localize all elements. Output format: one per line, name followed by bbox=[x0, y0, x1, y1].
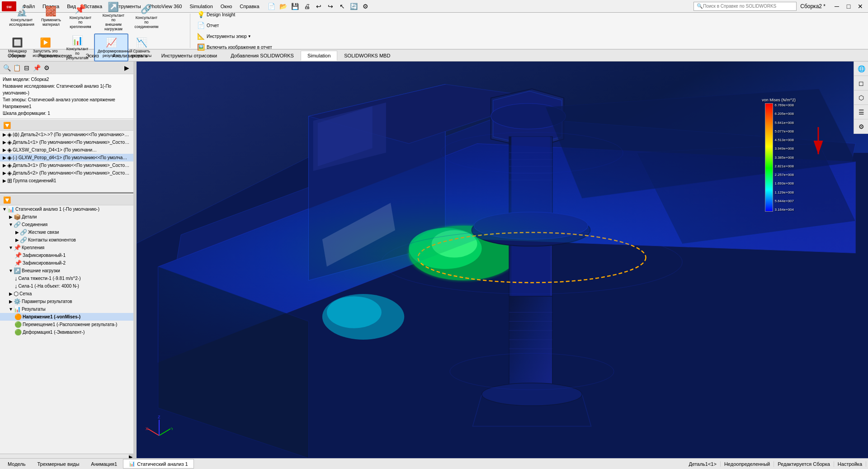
tree-item-detail1[interactable]: ▶ ◈ Деталь1<1> (По умолчанию<<По умолчан… bbox=[0, 138, 133, 146]
tree-item-gravity[interactable]: ↓ Сила тяжести-1 (-9.81 m/s^2-) bbox=[0, 275, 133, 282]
tree-item-details[interactable]: ▶ 📦 Детали bbox=[0, 213, 133, 221]
left-panel: 🔍 📋 ⊟ 📌 ⚙ ▶ Имя модели: Сборка2 Название… bbox=[0, 62, 134, 458]
svg-text:Z: Z bbox=[158, 415, 160, 419]
settings-status[interactable]: Настройка bbox=[834, 461, 866, 467]
consultant-study-button[interactable]: 🔬 Консультант исследования bbox=[5, 0, 38, 33]
right-icon-settings[interactable]: ⚙ bbox=[854, 119, 868, 134]
right-icon-grid[interactable]: ⬡ bbox=[854, 90, 868, 105]
tree-item-detail5[interactable]: ▶ ◈ Деталь5<2> (По умолчанию<<По умолчан… bbox=[0, 169, 133, 177]
tree-item-static-analysis[interactable]: ▼ 📊 Статический анализ 1 (-По умолчанию-… bbox=[0, 205, 133, 213]
search-input[interactable] bbox=[703, 4, 793, 9]
tree-item-deformation1[interactable]: 🟢 Деформация1 (-Эквивалент-) bbox=[0, 328, 133, 336]
deformed-result-icon: 📈 bbox=[106, 37, 117, 48]
tab-mbd[interactable]: SOLIDWORKS MBD bbox=[337, 51, 397, 61]
consultant-study-label: Консультант исследования bbox=[8, 18, 35, 27]
save-icon[interactable]: 💾 bbox=[290, 1, 300, 11]
dropdown-icon[interactable]: ▼ bbox=[248, 34, 251, 38]
open-icon[interactable]: 📂 bbox=[278, 1, 288, 11]
model-name-text: Имя модели: Сборка2 bbox=[3, 76, 131, 83]
apply-material-icon: 🧱 bbox=[45, 6, 57, 17]
select-icon[interactable]: ↖ bbox=[337, 1, 347, 11]
search-bar: 🔍 bbox=[693, 2, 797, 11]
settings-panel-icon[interactable]: ⚙ bbox=[42, 63, 52, 73]
collapse-icon[interactable]: ⊟ bbox=[22, 63, 32, 73]
h-scrollbar[interactable] bbox=[0, 454, 129, 458]
bottom-tab-animation[interactable]: Анимация1 bbox=[85, 460, 123, 469]
report-tools-group: 💡 Design Insight 📄 Отчет 📐 Инструменты э… bbox=[191, 14, 278, 48]
diagram-tools-label: Инструменты эпюр bbox=[207, 34, 247, 39]
legend-value-8: 2.257e+008 bbox=[775, 173, 794, 177]
right-icon-list[interactable]: ☰ bbox=[854, 105, 868, 119]
3d-fea-scene bbox=[137, 62, 868, 458]
svg-point-24 bbox=[482, 383, 582, 406]
tree-item-glxw-rotor[interactable]: ▶ ◈ (-) GLXW_Ротор_d4<1> (По умолчанию<<… bbox=[0, 154, 133, 161]
right-icon-globe[interactable]: 🌐 bbox=[854, 62, 868, 76]
connections-label: Консультант посоединениям bbox=[133, 15, 160, 29]
tab-layout[interactable]: Расположение bbox=[32, 51, 79, 61]
report-button[interactable]: 📄 Отчет bbox=[195, 20, 274, 30]
bottom-tab-3d-views[interactable]: Трехмерные виды bbox=[31, 460, 85, 469]
show-all-icon[interactable]: 📋 bbox=[12, 63, 22, 73]
tree-item-result-params[interactable]: ▶ ⚙️ Параметры результатов bbox=[0, 298, 133, 305]
fastening-label: Консультант покреплениям bbox=[67, 15, 94, 29]
tree-item-mesh[interactable]: ▶ ⬡ Сетка bbox=[0, 290, 133, 298]
minimize-button[interactable]: ─ bbox=[831, 1, 843, 11]
fastening-consultant-button[interactable]: 📌 Консультант покреплениям bbox=[64, 0, 97, 33]
tree-item-connections[interactable]: ▼ 🔗 Соединения bbox=[0, 221, 133, 228]
tree-item-rigid-ties[interactable]: ▶ 🔗 Жесткие связи bbox=[0, 228, 133, 236]
tree-item-group[interactable]: ▶ ⊞ Группа соединений1 bbox=[0, 177, 133, 185]
svg-text:X: X bbox=[146, 426, 148, 431]
connections-button[interactable]: 🔗 Консультант посоединениям bbox=[130, 0, 163, 33]
tree-item-fixed-1[interactable]: 📌 Зафиксированный-1 bbox=[0, 251, 133, 259]
tree-filter-icon[interactable]: 🔽 bbox=[2, 120, 12, 130]
redo-icon[interactable]: ↪ bbox=[326, 1, 335, 11]
menu-simulation[interactable]: Simulation bbox=[186, 3, 216, 10]
tab-sketch[interactable]: Эскиз bbox=[79, 51, 105, 61]
tab-drawing-tools[interactable]: Инструменты отрисовки bbox=[155, 51, 224, 61]
legend-value-10: 1.129e+008 bbox=[775, 190, 794, 194]
tab-simulation[interactable]: Simulation bbox=[301, 51, 337, 61]
tree-item-contacts[interactable]: ▶ 🔗 Контакты компонентов bbox=[0, 236, 133, 244]
filter-icon[interactable]: 🔍 bbox=[2, 63, 12, 73]
bottom-tab-model[interactable]: Модель bbox=[2, 460, 31, 469]
legend-value-2: 5.641e+008 bbox=[775, 121, 794, 125]
tree-item-detail2[interactable]: ▶ ◈ (ф) Деталь2<1>->? (По умолчанию<<По … bbox=[0, 131, 133, 138]
svg-rect-22 bbox=[509, 296, 552, 397]
print-icon[interactable]: 🖨 bbox=[302, 1, 312, 11]
tree-item-external-loads[interactable]: ▼ ↗️ Внешние нагрузки bbox=[0, 267, 133, 275]
shell-manager-icon: 🔲 bbox=[12, 37, 23, 48]
apply-material-button[interactable]: 🧱 Применитьматериал bbox=[38, 0, 64, 33]
tab-assembly[interactable]: Сборка bbox=[1, 51, 32, 61]
viewport[interactable]: 🔍 🔄 📐 🎯 💡 ✂️ 📷 🎨 ⊞ ▼ bbox=[137, 62, 868, 458]
design-insight-button[interactable]: 💡 Design Insight bbox=[195, 9, 274, 19]
tab-addins[interactable]: Добавления SOLIDWORKS bbox=[224, 51, 301, 61]
external-loads-label: Консультант повнешним нагрузкам bbox=[100, 13, 127, 32]
sim-tree-filter-icon[interactable]: 🔽 bbox=[2, 195, 12, 205]
tree-item-glxsw-stator[interactable]: ▶ ◈ GLXSW_Статор_D4<1> (По умолчани… bbox=[0, 146, 133, 154]
external-loads-button[interactable]: ↗️ Консультант повнешним нагрузкам bbox=[97, 0, 130, 33]
svg-line-46 bbox=[159, 429, 170, 436]
pin-icon[interactable]: 📌 bbox=[32, 63, 42, 73]
tree-item-stress1[interactable]: 🟠 Напряжение1 (-vonMises-) bbox=[0, 313, 133, 321]
tab-analyze[interactable]: Анализировать bbox=[106, 51, 155, 61]
right-icon-display[interactable]: ◻ bbox=[854, 76, 868, 90]
maximize-button[interactable]: □ bbox=[843, 1, 854, 11]
options-icon[interactable]: ⚙ bbox=[361, 1, 371, 11]
tree-item-fixed-2[interactable]: 📌 Зафиксированный-2 bbox=[0, 259, 133, 267]
tree-item-results[interactable]: ▼ 📊 Результаты bbox=[0, 305, 133, 313]
rebuild-icon[interactable]: 🔄 bbox=[349, 1, 359, 11]
tree-item-fixtures[interactable]: ▼ 📌 Крепления bbox=[0, 244, 133, 251]
fastening-icon: 📌 bbox=[75, 4, 86, 14]
expand-panel-icon[interactable]: ▶ bbox=[122, 63, 132, 73]
diagram-tools-button[interactable]: 📐 Инструменты эпюр ▼ bbox=[195, 31, 274, 41]
max-stress-arrow bbox=[805, 125, 832, 162]
tree-item-detail3[interactable]: ▶ ◈ Деталь3<1> (По умолчанию<<По умолчан… bbox=[0, 161, 133, 169]
undo-icon[interactable]: ↩ bbox=[314, 1, 324, 11]
close-button[interactable]: ✕ bbox=[854, 1, 866, 11]
menu-window[interactable]: Окно bbox=[217, 3, 236, 10]
scroll-right-icon[interactable]: ▶ bbox=[129, 454, 133, 458]
tree-item-displacement1[interactable]: 🟢 Перемещение1 (-Расположение результата… bbox=[0, 321, 133, 328]
menu-help[interactable]: Справка bbox=[236, 3, 263, 10]
bottom-tab-static-analysis[interactable]: 📊 Статический анализ 1 bbox=[123, 459, 194, 469]
tree-item-force[interactable]: ↓ Сила-1 (-На объект: 4000 N-) bbox=[0, 282, 133, 290]
